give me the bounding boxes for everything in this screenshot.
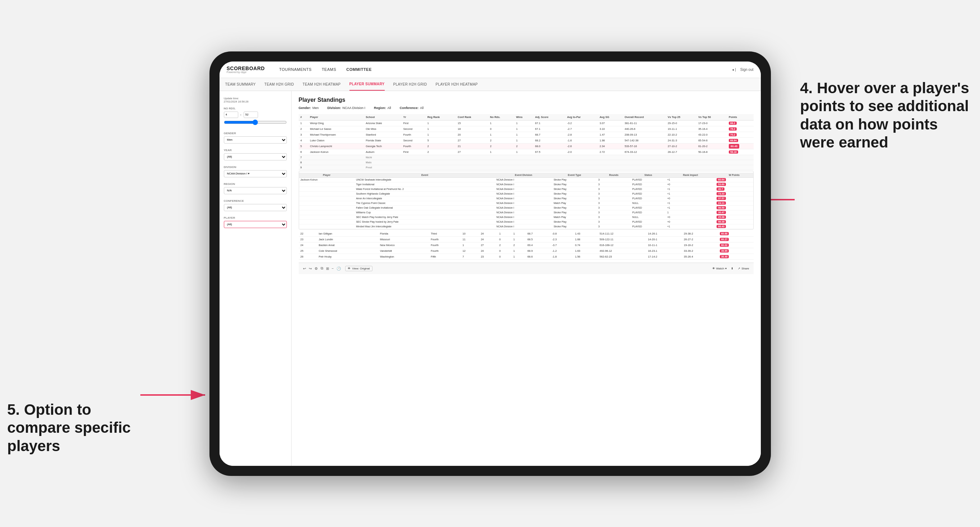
table-row[interactable]: 22 Ian Gilligan Florida Third 10 24 1 1 … xyxy=(299,231,754,237)
table-row[interactable]: 3 Michael Thorbjornsen Stanford Fourth 1… xyxy=(299,132,754,137)
event-row: Amer An Intercollegiate NCAA Division I … xyxy=(299,196,753,201)
minus-icon[interactable]: − xyxy=(332,267,334,270)
sidebar-conference: Conference (All) xyxy=(224,199,287,211)
cell-player: Wenyi Ding xyxy=(308,120,364,126)
tablet-screen: SCOREBOARD Powered by clippi TOURNAMENTS… xyxy=(220,62,761,466)
arrow-left-indicator xyxy=(137,386,209,405)
watch-icon: 👁 xyxy=(712,267,715,270)
table-row[interactable]: 23 Jack Lundin Missouri Fourth 11 24 0 1… xyxy=(299,237,754,242)
sign-out-link[interactable]: Sign out xyxy=(740,68,754,71)
tab-team-h2h-grid[interactable]: TEAM H2H GRID xyxy=(264,78,294,90)
tab-team-h2h-heatmap[interactable]: TEAM H2H HEATMAP xyxy=(303,78,341,90)
nav-committee[interactable]: COMMITTEE xyxy=(346,67,372,71)
content-panel: Player Standings Gender: Men Division: N… xyxy=(291,91,761,466)
event-row: Mirobel Maui Jim Intercollegiate NCAA Di… xyxy=(299,224,753,229)
share-button[interactable]: ↗ Share xyxy=(738,267,749,270)
table-section-header: 8 Mats xyxy=(299,160,754,165)
annotation-left: 5. Option to compare specific players xyxy=(7,401,144,455)
year-select[interactable]: (All) xyxy=(224,153,287,160)
table-row[interactable]: 24 Bastien Amat New Mexico Fourth 1 27 2… xyxy=(299,242,754,248)
cell-conf-rank: 15 xyxy=(456,120,488,126)
sidebar-year: Year (All) xyxy=(224,149,287,160)
nav-right: ◂ | Sign out xyxy=(732,68,753,71)
settings-icon[interactable]: ⚙ xyxy=(315,267,318,270)
annotation-right: 4. Hover over a player's points to see a… xyxy=(800,79,973,152)
sidebar-gender: Gender Men xyxy=(224,132,287,143)
event-row: Southern Highlands Collegiate NCAA Divis… xyxy=(299,191,753,196)
event-col-rank-impact: Rank Impact xyxy=(666,173,715,178)
conference-select[interactable]: (All) xyxy=(224,204,287,211)
table-row[interactable]: 25 Cole Sherwood Vanderbilt Fourth 12 24… xyxy=(299,248,754,254)
filter-row: Gender: Men Division: NCAA Division I Re… xyxy=(299,106,754,110)
page-wrapper: 4. Hover over a player's points to see a… xyxy=(0,0,980,527)
tab-player-h2h-heatmap[interactable]: PLAYER H2H HEATMAP xyxy=(436,78,477,90)
nav-tournaments[interactable]: TOURNAMENTS xyxy=(279,67,312,71)
download-button[interactable]: ⬇ xyxy=(731,267,733,270)
no-rds-min-input[interactable] xyxy=(224,111,238,118)
undo-icon[interactable]: ↩ xyxy=(303,267,306,270)
event-col-event: Event xyxy=(355,173,495,178)
table-row-highlighted[interactable]: 5 Christo Lamprecht Georgia Tech Fourth … xyxy=(299,143,754,149)
col-vs50: Vs Top 50 xyxy=(697,114,727,121)
event-row: Wake Forest Invitational at Pinehurst No… xyxy=(299,187,753,191)
view-original-button[interactable]: 👁 View: Original xyxy=(345,266,372,271)
col-to-par: Avg to-Par xyxy=(565,114,598,121)
tab-team-summary[interactable]: TEAM SUMMARY xyxy=(225,78,256,90)
standings-title: Player Standings xyxy=(299,97,754,103)
table-row[interactable]: 4 Luke Claton Florida State Second 5 27 … xyxy=(299,137,754,143)
clock-icon[interactable]: 🕐 xyxy=(337,267,341,270)
sidebar-region: Region N/A xyxy=(224,183,287,194)
col-yr: Yr xyxy=(401,114,425,121)
cell-vs25: 29-15-0 xyxy=(666,120,697,126)
cell-points[interactable]: 88.2 xyxy=(727,120,753,126)
filter-gender: Gender: Men xyxy=(299,106,319,110)
region-select[interactable]: N/A xyxy=(224,187,287,194)
col-conf-rank: Conf Rank xyxy=(456,114,488,121)
event-row: SEC Stroke Play hosted by Jerry Pate NCA… xyxy=(299,219,753,224)
col-adj-score: Adj. Score xyxy=(533,114,565,121)
watch-chevron: ▾ xyxy=(725,267,727,270)
filter-conference: Conference: All xyxy=(400,106,424,110)
table-row[interactable]: 2 Michael Le Sasso Ole Miss Second 1 18 … xyxy=(299,126,754,132)
player-select[interactable]: (All) xyxy=(224,221,287,228)
footer-actions: ↩ ↪ ⚙ ⧉ ⊞ − 🕐 xyxy=(303,266,341,270)
grid-icon[interactable]: ⊞ xyxy=(326,267,329,270)
col-points: Points xyxy=(727,114,753,121)
cell-avg-sg: 3.07 xyxy=(598,120,623,126)
table-row[interactable]: 1 Wenyi Ding Arizona State First 1 15 1 … xyxy=(299,120,754,126)
redo-icon[interactable]: ↪ xyxy=(309,267,312,270)
col-wins: Wins xyxy=(514,114,533,121)
event-row: Jackson Koirun UNCW Seahawk Intercollegi… xyxy=(299,177,753,182)
watch-button[interactable]: 👁 Watch ▾ xyxy=(712,267,727,270)
table-row[interactable]: 26 Petr Hruby Washington Fifth 7 23 0 1 … xyxy=(299,254,754,259)
footer-right: 👁 Watch ▾ ⬇ ↗ Share xyxy=(712,267,749,270)
table-section-header: 9 Prest xyxy=(299,165,754,170)
share-icon: ↗ xyxy=(738,267,740,270)
division-select[interactable]: NCAA Division I ▾ xyxy=(224,170,287,177)
sidebar-update-time: Update time: 27/01/2024 16:56:26 xyxy=(224,97,287,103)
tab-player-summary[interactable]: PLAYER SUMMARY xyxy=(350,78,385,90)
sidebar-division: Division NCAA Division I ▾ xyxy=(224,165,287,177)
gender-select[interactable]: Men xyxy=(224,137,287,143)
filter-region: Region: All xyxy=(374,106,391,110)
tab-bar: TEAM SUMMARY TEAM H2H GRID TEAM H2H HEAT… xyxy=(220,78,761,91)
standings-table-lower: 22 Ian Gilligan Florida Third 10 24 1 1 … xyxy=(299,231,754,260)
table-row[interactable]: 6 Jackson Koirun Auburn First 2 27 1 1 6… xyxy=(299,149,754,155)
no-rds-max-input[interactable] xyxy=(243,111,258,118)
no-rds-slider[interactable] xyxy=(224,119,287,125)
logo-sub: Powered by clippi xyxy=(227,71,265,73)
event-col-w-points: W Points xyxy=(715,173,753,178)
event-row: The Cypress Point Classic NCAA Division … xyxy=(299,201,753,205)
sidebar: Update time: 27/01/2024 16:56:26 No Rds.… xyxy=(220,91,291,466)
copy-icon[interactable]: ⧉ xyxy=(321,266,323,270)
logo-area: SCOREBOARD Powered by clippi xyxy=(227,66,265,73)
col-no-rds: No Rds. xyxy=(488,114,515,121)
event-row: Fallen Oak Collegiate Invitational NCAA … xyxy=(299,205,753,210)
tab-player-h2h-grid[interactable]: PLAYER H2H GRID xyxy=(393,78,427,90)
cell-num: 1 xyxy=(299,120,309,126)
cell-to-par: -3.2 xyxy=(565,120,598,126)
nav-teams[interactable]: TEAMS xyxy=(322,67,336,71)
event-row: SEC Match Play hosted by Jerry Pate NCAA… xyxy=(299,215,753,219)
view-icon: 👁 xyxy=(348,267,350,270)
event-col-status: Status xyxy=(631,173,666,178)
